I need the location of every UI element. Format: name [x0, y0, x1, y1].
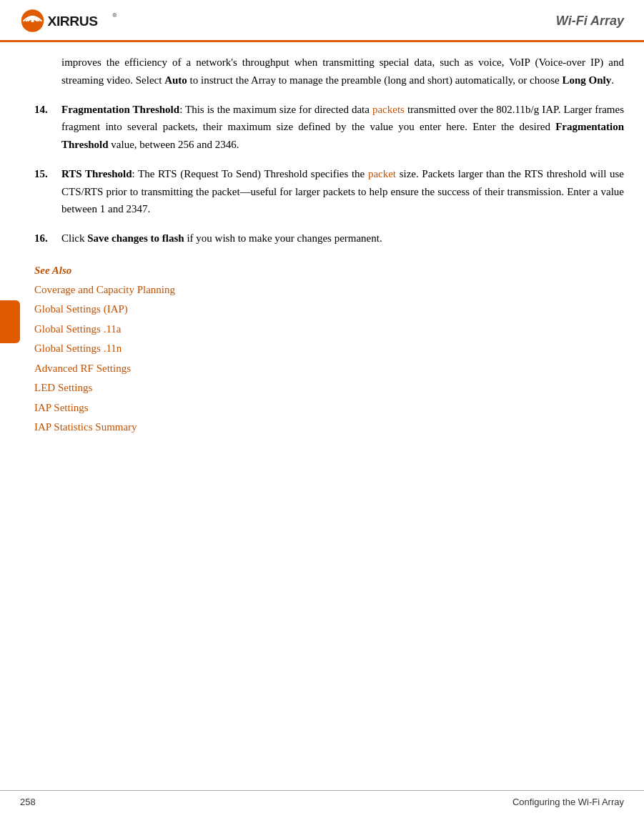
packet-link-15[interactable]: packet [368, 168, 396, 179]
see-also-link-1[interactable]: Global Settings (IAP) [34, 300, 624, 319]
see-also-section: See Also Coverage and Capacity Planning … [34, 265, 624, 437]
see-also-link-2[interactable]: Global Settings .11a [34, 320, 624, 339]
list-number-16: 16. [34, 230, 61, 247]
frag-threshold-term: Fragmentation Threshold [61, 104, 179, 115]
intro-text-2: to instruct the Array to manage the prea… [187, 74, 563, 86]
svg-text:XIRRUS: XIRRUS [48, 14, 99, 29]
packets-link-14[interactable]: packets [372, 104, 405, 115]
rts-text-1: : The RTS (Request To Send) Threshold sp… [132, 168, 368, 179]
list-item-16: 16. Click Save changes to flash if you w… [34, 230, 624, 247]
xirrus-logo: XIRRUS ® [20, 7, 120, 34]
page-footer: 258 Configuring the Wi-Fi Array [0, 790, 644, 813]
page-header: XIRRUS ® Wi-Fi Array [0, 0, 644, 42]
list-item-14: 14. Fragmentation Threshold: This is the… [34, 101, 624, 154]
svg-text:®: ® [113, 12, 117, 19]
intro-auto: Auto [164, 74, 187, 86]
header-title: Wi-Fi Array [556, 14, 624, 29]
see-also-link-3[interactable]: Global Settings .11n [34, 340, 624, 358]
orange-tab [0, 300, 20, 343]
see-also-links: Coverage and Capacity Planning Global Se… [34, 281, 624, 437]
rts-threshold-term: RTS Threshold [61, 168, 132, 179]
frag-text-3: value, between 256 and 2346. [109, 139, 239, 150]
footer-page-number: 258 [20, 797, 36, 807]
list-content-14: Fragmentation Threshold: This is the max… [61, 101, 624, 154]
see-also-link-6[interactable]: IAP Settings [34, 399, 624, 418]
list-content-16: Click Save changes to flash if you wish … [61, 230, 624, 247]
main-content: improves the efficiency of a network's t… [0, 42, 644, 448]
see-also-link-0[interactable]: Coverage and Capacity Planning [34, 281, 624, 300]
list-content-15: RTS Threshold: The RTS (Request To Send)… [61, 165, 624, 218]
see-also-link-7[interactable]: IAP Statistics Summary [34, 418, 624, 437]
list-number-14: 14. [34, 101, 61, 154]
intro-paragraph: improves the efficiency of a network's t… [34, 54, 624, 89]
intro-long-only: Long Only [563, 74, 612, 86]
logo-svg: XIRRUS ® [20, 7, 120, 34]
footer-chapter: Configuring the Wi-Fi Array [512, 797, 624, 807]
intro-text-3: . [611, 74, 614, 86]
svg-point-1 [31, 19, 34, 22]
see-also-title: See Also [34, 265, 624, 277]
list-number-15: 15. [34, 165, 61, 218]
item16-text-intro: Click [61, 232, 87, 244]
save-changes-term: Save changes to flash [87, 232, 184, 244]
list-item-15: 15. RTS Threshold: The RTS (Request To S… [34, 165, 624, 218]
frag-text-1: : This is the maximum size for directed … [179, 104, 372, 115]
see-also-link-4[interactable]: Advanced RF Settings [34, 360, 624, 378]
see-also-link-5[interactable]: LED Settings [34, 379, 624, 398]
item16-text-end: if you wish to make your changes permane… [184, 232, 382, 244]
